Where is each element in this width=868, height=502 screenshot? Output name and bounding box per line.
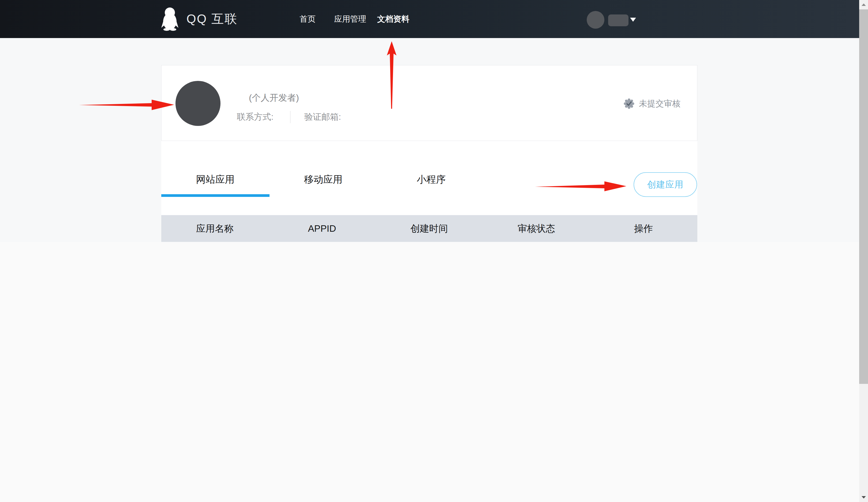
column-app-name: 应用名称 [161,215,268,242]
brand-logo[interactable]: QQ 互联 [161,0,238,38]
review-status-badge: 未提交审核 [623,98,681,109]
scroll-down-arrow-icon [861,496,866,499]
caret-down-icon[interactable] [630,18,636,22]
contact-info-row: 联系方式: 验证邮箱: [237,111,341,123]
column-review-status: 审核状态 [483,215,590,242]
app-table-header: 应用名称 APPID 创建时间 审核状态 操作 [161,215,698,242]
active-tab-underline [161,194,269,197]
user-avatar[interactable] [587,11,604,29]
qq-penguin-icon [161,7,179,31]
nav-item-docs[interactable]: 文档资料 [377,14,409,25]
top-navbar: QQ 互联 首页 应用管理 文档资料 [0,0,859,38]
qq-connect-management-page: QQ 互联 首页 应用管理 文档资料 (个人开发者) 联系方式: 验证邮箱: [0,0,868,502]
developer-type-label: (个人开发者) [249,92,299,104]
scroll-down-button[interactable] [859,493,868,502]
divider [290,111,290,123]
seal-check-icon [623,98,635,109]
nav-item-home[interactable]: 首页 [300,14,316,25]
column-actions: 操作 [590,215,697,242]
scroll-up-button[interactable] [859,0,868,9]
column-appid: APPID [268,215,375,242]
tab-mini-programs[interactable]: 小程序 [377,171,485,198]
vertical-scrollbar[interactable] [859,0,868,502]
create-app-button[interactable]: 创建应用 [633,172,697,197]
verified-email-label: 验证邮箱: [304,111,341,123]
review-status-text: 未提交审核 [639,98,681,109]
contact-method-label: 联系方式: [237,111,273,123]
tab-mobile-apps[interactable]: 移动应用 [269,171,377,198]
brand-title: QQ 互联 [186,11,238,27]
developer-profile-card: (个人开发者) 联系方式: 验证邮箱: [161,65,698,141]
column-created-time: 创建时间 [375,215,483,242]
developer-avatar[interactable] [175,81,220,126]
scroll-up-arrow-icon [861,3,866,6]
nav-item-app-management[interactable]: 应用管理 [334,14,366,25]
scrollbar-thumb[interactable] [859,9,868,384]
user-nickname-redacted[interactable] [608,14,629,26]
